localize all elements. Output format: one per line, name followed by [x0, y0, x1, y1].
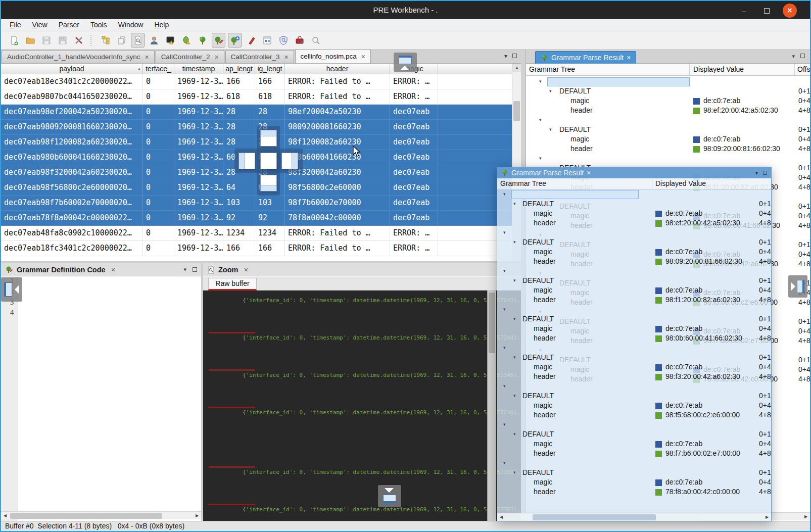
header-field-row[interactable]: header98:ef:20:00:42:a5:02:304+8	[526, 106, 810, 116]
menu-item[interactable]: View	[27, 19, 53, 30]
raw-buffer-tab[interactable]: Raw buffer	[208, 278, 257, 291]
scroll-right-icon[interactable]: ▶	[194, 512, 201, 519]
column-displayed-value[interactable]: Displayed Value	[693, 65, 744, 73]
document-tab[interactable]: CallController_3×	[225, 50, 294, 63]
column-header-header[interactable]: header	[285, 64, 390, 74]
tree-node-row[interactable]: ▾DEFAULT0+1	[497, 315, 771, 324]
scroll-right-icon[interactable]: ▶	[802, 513, 809, 520]
floating-window-titlebar[interactable]: Grammar Parse Result × ▾	[497, 167, 771, 178]
search-button[interactable]	[309, 33, 322, 47]
tree-node-row[interactable]: ▾DEFAULT0+1	[497, 238, 771, 248]
expand-arrow-icon[interactable]: ▾	[513, 316, 516, 321]
debug-warning-button[interactable]	[179, 33, 193, 47]
tree-root-row[interactable]: ▾	[526, 154, 810, 164]
tree-structure-button[interactable]	[99, 33, 112, 47]
tree-node-row[interactable]: ▾DEFAULT0+1	[497, 200, 771, 209]
expand-arrow-icon[interactable]: ▾	[549, 88, 552, 93]
zoom-panel-close-icon[interactable]: ×	[244, 266, 248, 274]
tree-root-row[interactable]: ▾	[526, 77, 810, 87]
tools-button[interactable]	[72, 33, 85, 47]
tree-root-row[interactable]: ▾	[497, 305, 771, 315]
expand-arrow-icon[interactable]: ▾	[549, 127, 552, 132]
shield-search-button[interactable]	[276, 33, 290, 47]
tree-root-row[interactable]: ▾	[497, 190, 771, 200]
tree-root-row[interactable]: ▾	[526, 116, 810, 125]
parse-tree-add-button[interactable]	[228, 33, 242, 47]
save-button[interactable]	[39, 33, 53, 47]
menu-item[interactable]: Help	[149, 19, 174, 30]
menu-item[interactable]: Window	[113, 19, 149, 30]
hex-dump-view[interactable]: {'interface_id': 0, 'timestamp': datetim…	[203, 291, 521, 521]
tree-root-row[interactable]: ▾	[497, 420, 771, 430]
scroll-right-icon[interactable]: ▶	[764, 514, 771, 521]
tab-list-dropdown[interactable]: ▾	[504, 53, 507, 60]
header-field-row[interactable]: header98:0b:60:00:41:66:02:304+8	[497, 334, 771, 344]
table-row[interactable]: dec07eab18ec3401c2c20000022… 0 1969-12-3…	[1, 74, 512, 89]
expand-arrow-icon[interactable]: ▾	[503, 345, 506, 350]
expand-arrow-icon[interactable]: ▾	[503, 383, 506, 389]
expand-arrow-icon[interactable]: ▾	[503, 422, 506, 427]
expand-arrow-icon[interactable]: ▾	[513, 239, 516, 245]
window-grid-button[interactable]	[260, 33, 274, 47]
magic-field-row[interactable]: magicde:c0:7e:ab0+4	[497, 209, 771, 219]
expand-arrow-icon[interactable]: ▾	[503, 191, 506, 197]
magic-field-row[interactable]: magicde:c0:7e:ab0+4	[497, 248, 771, 257]
menu-item[interactable]: File	[4, 19, 27, 30]
dock-menu-icon[interactable]: ▾	[792, 53, 795, 60]
tab-float-icon[interactable]	[512, 54, 517, 58]
marker-button[interactable]	[244, 33, 258, 47]
expand-arrow-icon[interactable]: ▾	[539, 156, 542, 161]
table-row[interactable]: dec07eab78f8a00042c00000022… 0 1969-12-3…	[1, 211, 512, 226]
scroll-up-icon[interactable]: ▲	[512, 64, 521, 72]
table-row[interactable]: dec07eab18fc3401c2c20000022… 0 1969-12-3…	[1, 241, 512, 256]
column-displayed-value[interactable]: Displayed Value	[655, 179, 706, 187]
tab-close-icon[interactable]: ×	[214, 53, 218, 61]
column-offset[interactable]: Offset	[797, 65, 810, 73]
table-row[interactable]: dec07eab9809200081660230020… 0 1969-12-3…	[1, 120, 512, 135]
expand-arrow-icon[interactable]: ▾	[503, 307, 506, 312]
dock-float-icon[interactable]	[800, 54, 805, 58]
tree-root-row[interactable]: ▾	[497, 228, 771, 238]
magic-field-row[interactable]: magicde:c0:7e:ab0+4	[497, 324, 771, 334]
code-panel-close-icon[interactable]: ×	[111, 266, 115, 274]
document-tab[interactable]: CallController_2×	[156, 50, 224, 63]
tab-close-icon[interactable]: ×	[627, 54, 631, 62]
expand-arrow-icon[interactable]: ▾	[539, 79, 542, 84]
header-field-row[interactable]: header98:f3:20:00:42:a6:02:304+8	[497, 372, 771, 382]
magic-field-row[interactable]: magicde:c0:7e:ab0+4	[497, 363, 771, 372]
table-row[interactable]: dec07eab48fa8c0902c10000022… 0 1969-12-3…	[1, 226, 512, 241]
header-field-row[interactable]: header98:f5:68:00:c2:e6:00:004+8	[497, 411, 771, 420]
header-field-row[interactable]: header98:09:20:00:81:66:02:304+8	[497, 257, 771, 267]
zoom-panel-titlebar[interactable]: Zoom ×	[203, 263, 521, 276]
parse-tree-edit-button[interactable]	[212, 33, 225, 47]
magic-field-row[interactable]: magicde:c0:7e:ab0+4	[526, 135, 810, 144]
expand-arrow-icon[interactable]: ▾	[513, 431, 516, 437]
expand-arrow-icon[interactable]: ▾	[513, 201, 516, 206]
table-row[interactable]: dec07eab98ef200042a50230020… 0 1969-12-3…	[1, 105, 512, 120]
open-folder-button[interactable]	[23, 33, 37, 47]
column-header-payload[interactable]: payload▴	[1, 64, 143, 74]
tab-close-icon[interactable]: ×	[284, 53, 288, 61]
scrollbar-thumb[interactable]	[10, 513, 162, 519]
tree-node-row[interactable]: ▾DEFAULT0+1	[497, 430, 771, 440]
document-tab[interactable]: cellinfo_nosim.pca×	[295, 49, 371, 63]
magic-field-row[interactable]: magicde:c0:7e:ab0+4	[497, 478, 771, 488]
code-editor[interactable]	[21, 277, 201, 511]
scrollbar-thumb[interactable]	[489, 293, 495, 353]
header-field-row[interactable]: header98:f1:20:00:82:a6:02:304+8	[497, 296, 771, 305]
header-field-row[interactable]: header98:09:20:00:81:66:02:304+8	[526, 144, 810, 154]
new-file-button[interactable]	[7, 33, 21, 47]
expand-arrow-icon[interactable]: ▾	[503, 268, 506, 273]
tab-close-icon[interactable]: ×	[361, 53, 365, 61]
user-expert-button[interactable]	[147, 33, 161, 47]
table-row[interactable]: dec07eab9807bc0441650230020… 0 1969-12-3…	[1, 89, 512, 105]
magic-field-row[interactable]: magicde:c0:7e:ab0+4	[497, 286, 771, 296]
tree-root-row[interactable]: ▾	[497, 344, 771, 353]
menu-item[interactable]: Parser	[53, 19, 85, 30]
code-panel-float-icon[interactable]	[193, 267, 197, 272]
header-field-row[interactable]: header98:ef:20:00:42:a5:02:304+8	[497, 219, 771, 228]
tree-node-row[interactable]: ▾DEFAULT0+1	[526, 87, 810, 96]
floating-menu-icon[interactable]: ▾	[755, 170, 758, 176]
scroll-left-icon[interactable]: ◀	[498, 514, 505, 521]
floating-horizontal-scrollbar[interactable]: ◀ ▶	[497, 513, 771, 521]
